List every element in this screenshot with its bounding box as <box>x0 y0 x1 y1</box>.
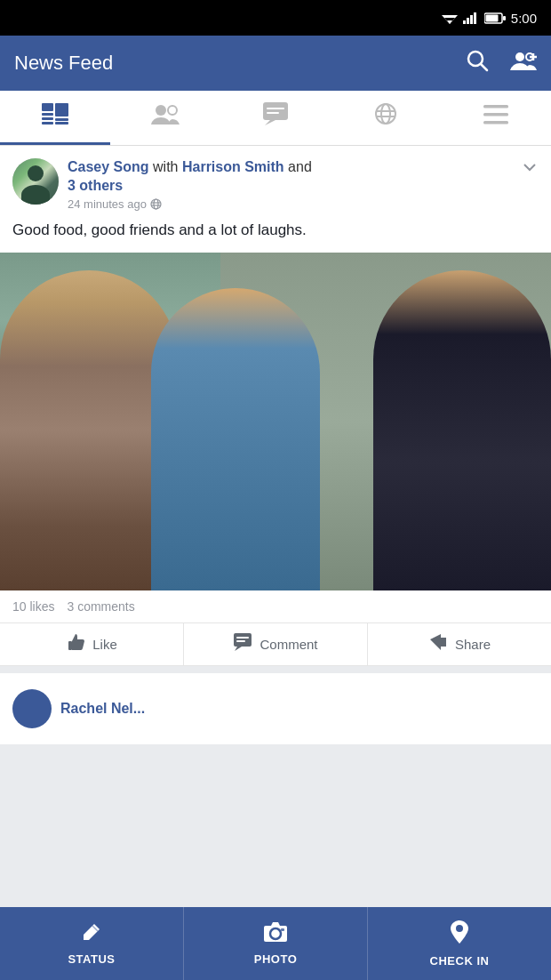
post-header: Casey Song with Harrison Smith and 3 oth… <box>0 146 551 220</box>
svg-point-49 <box>273 930 279 936</box>
svg-point-23 <box>156 105 166 116</box>
svg-point-24 <box>168 106 177 115</box>
status-action[interactable]: STATUS <box>0 907 184 980</box>
share-button[interactable]: Share <box>368 623 551 665</box>
svg-rect-6 <box>474 12 476 24</box>
checkin-action[interactable]: CHECK IN <box>368 907 551 980</box>
svg-rect-8 <box>485 14 498 21</box>
svg-marker-26 <box>265 120 276 125</box>
camera-icon <box>264 922 287 947</box>
svg-rect-28 <box>267 112 279 114</box>
post-image-art <box>0 253 551 590</box>
svg-point-37 <box>154 199 158 209</box>
app-title: News Feed <box>14 52 466 75</box>
pencil-icon <box>82 922 101 947</box>
svg-rect-41 <box>234 633 252 647</box>
svg-rect-27 <box>267 108 284 109</box>
status-bar: 5:00 <box>0 0 551 36</box>
nav-icons <box>466 49 537 78</box>
like-button[interactable]: Like <box>0 623 184 665</box>
action-buttons: Like Comment <box>0 623 551 666</box>
comment-button[interactable]: Comment <box>184 623 368 665</box>
chevron-down-icon[interactable] <box>521 158 539 181</box>
svg-rect-40 <box>68 641 72 650</box>
others-text: 3 others <box>68 178 123 193</box>
svg-rect-4 <box>467 18 469 24</box>
tab-newsfeed[interactable] <box>0 91 110 145</box>
post-preview[interactable]: Rachel Nel... <box>0 673 551 744</box>
svg-rect-20 <box>55 103 68 116</box>
svg-marker-2 <box>447 20 452 24</box>
comment-icon <box>233 632 252 656</box>
signal-icon <box>463 12 479 24</box>
svg-rect-21 <box>55 118 68 121</box>
messages-icon <box>263 102 288 132</box>
svg-rect-43 <box>236 637 249 639</box>
and-text: and <box>288 159 312 174</box>
photo-action[interactable]: PHOTO <box>184 907 368 980</box>
svg-rect-5 <box>470 15 473 24</box>
like-icon <box>66 632 85 656</box>
svg-rect-50 <box>281 928 284 931</box>
menu-icon <box>483 103 508 131</box>
post-image[interactable] <box>0 253 551 590</box>
location-pin-icon <box>451 920 468 949</box>
engagement-bar: 10 likes 3 comments <box>0 590 551 623</box>
svg-rect-3 <box>463 20 466 24</box>
svg-rect-16 <box>42 103 53 111</box>
with-text: with <box>153 159 178 174</box>
photo-label: PHOTO <box>254 952 298 966</box>
post-text: Good food, good friends and a lot of lau… <box>0 220 551 253</box>
svg-rect-18 <box>42 117 53 120</box>
news-feed: Casey Song with Harrison Smith and 3 oth… <box>0 146 551 744</box>
likes-count[interactable]: 10 likes <box>12 599 54 614</box>
tab-menu[interactable] <box>441 91 551 145</box>
top-nav: News Feed <box>0 36 551 91</box>
post-card: Casey Song with Harrison Smith and 3 oth… <box>0 146 551 666</box>
globe-icon <box>374 102 397 132</box>
globe-small-icon <box>150 198 162 210</box>
svg-rect-17 <box>42 113 53 116</box>
friends-icon <box>151 103 180 131</box>
timestamp-text: 24 minutes ago <box>68 197 147 211</box>
friend-requests-icon[interactable] <box>510 49 537 78</box>
battery-icon <box>484 12 506 24</box>
svg-rect-19 <box>42 122 53 125</box>
svg-point-36 <box>151 199 161 209</box>
svg-rect-33 <box>483 105 508 108</box>
share-icon <box>428 632 448 656</box>
tab-friends[interactable] <box>110 91 220 145</box>
preview-avatar <box>12 689 52 728</box>
comment-label: Comment <box>260 637 317 652</box>
svg-rect-35 <box>483 121 508 125</box>
comments-count[interactable]: 3 comments <box>67 599 134 614</box>
tab-bar <box>0 91 551 146</box>
wifi-icon <box>442 12 458 24</box>
preview-author: Rachel Nel... <box>60 701 145 717</box>
svg-point-30 <box>381 104 390 124</box>
search-icon[interactable] <box>466 49 489 78</box>
tab-globe[interactable] <box>331 91 441 145</box>
svg-rect-22 <box>55 122 68 125</box>
avatar[interactable] <box>12 158 59 205</box>
bottom-bar: STATUS PHOTO CHECK IN <box>0 907 551 980</box>
svg-point-29 <box>376 104 395 124</box>
tab-messages[interactable] <box>220 91 331 145</box>
svg-marker-45 <box>430 634 446 650</box>
author-first: Casey Song <box>68 159 149 174</box>
status-icons: 5:00 <box>442 11 537 26</box>
svg-rect-34 <box>483 113 508 116</box>
svg-rect-9 <box>503 16 506 20</box>
tagged-person: Harrison Smith <box>182 159 284 174</box>
post-timestamp: 24 minutes ago <box>68 197 512 211</box>
svg-line-11 <box>481 64 487 70</box>
svg-rect-44 <box>236 640 245 642</box>
svg-marker-42 <box>235 647 242 651</box>
avatar-image <box>12 158 59 205</box>
newsfeed-icon <box>42 103 68 131</box>
svg-rect-25 <box>263 102 288 120</box>
checkin-label: CHECK IN <box>430 954 490 968</box>
svg-point-51 <box>456 925 463 932</box>
status-label: STATUS <box>68 952 115 966</box>
post-author-name[interactable]: Casey Song with Harrison Smith and 3 oth… <box>68 158 512 196</box>
